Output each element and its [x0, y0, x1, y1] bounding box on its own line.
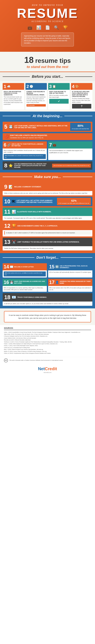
- tip-6-title: Add a link to your portfolio, LinkedIn o…: [12, 143, 46, 147]
- tip-8-icon: ⭐: [8, 164, 13, 168]
- tip-2: 2 🕐 Format your resume in reverse chrono…: [26, 83, 47, 110]
- tip-12: 12 🏆 Add achievements using the X, Y, Z …: [3, 222, 92, 236]
- tip-6-number: 6: [4, 142, 6, 148]
- tip-9-title: Include a summary statement.: [14, 186, 91, 188]
- tip-17-number: 17: [49, 280, 54, 285]
- tip-11-title: Illustrate your skills with numbers.: [17, 211, 91, 213]
- tip-1-title: Run a job description through a cloud ge…: [4, 91, 23, 96]
- tip-11-desc: For example, 'Increased sales by 12% ove…: [4, 217, 91, 219]
- tip-2-desc: List your most recent experience at the …: [26, 96, 46, 104]
- tip-7: 7 💼 Get recommendations on LinkedIn that…: [48, 142, 92, 160]
- tip-6-desc: Many employers think candidates should p…: [4, 150, 46, 153]
- tip-9: 9 📝 Include a summary statement. Write i…: [3, 182, 92, 196]
- tip-13-number: 13: [4, 239, 10, 245]
- tip-4-desc: A survey revealed that design-savvy resu…: [72, 98, 92, 103]
- make-sure-tips: 9 📝 Include a summary statement. Write i…: [0, 181, 95, 253]
- tip-1: 1 ☁️ Run a job description through a clo…: [3, 83, 24, 110]
- divider-left: [3, 116, 30, 116]
- tip-15-icon: 🔤: [55, 265, 59, 268]
- tip-4: 4 🎨 If you're not applying for a creativ…: [71, 83, 92, 110]
- tip-18: 18 📧 Track your emails using Mixmax. It …: [3, 293, 92, 306]
- beginning-section: At the beginning... 5 📇 List your name, …: [0, 112, 95, 172]
- divider-left: [3, 76, 30, 77]
- tip-16: 16 💾 Save your resume as a word doc and …: [3, 279, 47, 292]
- netcredit-logo: NetCredit: [3, 366, 92, 371]
- tip-9-number: 9: [4, 184, 7, 190]
- tip-5-title: List your name, contact details and addi…: [14, 125, 69, 128]
- chart-icon: 📊: [36, 25, 41, 30]
- tip-7-icon: 💼: [53, 143, 56, 147]
- tip-9-desc: Write in three sentences who you are, wh…: [4, 192, 91, 194]
- tip-7-number: 7: [49, 142, 52, 148]
- tip-17: 17 👤 Address the hiring manager by their…: [48, 279, 92, 292]
- tip-5-stat: 80% of recruiters will read this first.: [70, 123, 91, 131]
- tip-4-number: 4: [72, 84, 74, 89]
- section-title-beginning: At the beginning...: [30, 114, 64, 118]
- tip-8-title: Get recommendations on LinkedIn that sup…: [14, 163, 51, 168]
- tip-18-icon: 📧: [12, 295, 16, 299]
- tip-7-desc: Get recommendations on LinkedIn that sup…: [49, 150, 91, 154]
- brand-net: Net: [38, 366, 45, 371]
- tip-16-desc: 86% of respondents to a survey said they…: [4, 287, 46, 291]
- tips-6-7-grid: 6 🔗 Add a link to your portfolio, Linked…: [3, 142, 92, 160]
- tip-14-icon: ✉️: [10, 265, 13, 268]
- brand-section: NetCredit netcredit.com: [0, 364, 95, 376]
- tip-1-icon: ☁️: [7, 85, 10, 88]
- section-header-make-sure: Make sure you...: [0, 172, 95, 181]
- tips-14-17-grid: 14 ✉️ Include a cover letter. 49% of job…: [3, 263, 92, 292]
- tip-17-icon: 👤: [55, 281, 59, 284]
- section-header-dont-forget: Don't forget...: [0, 253, 95, 262]
- tip-8-number: 8: [4, 162, 7, 169]
- tip-4-title: If you're not applying for a creative ro…: [72, 91, 92, 97]
- tip-17-desc: 88% of job seekers don't. But 46% of rec…: [49, 287, 91, 291]
- tip-4-question: ?: [72, 104, 92, 108]
- tip-10-icon: 🛠: [12, 200, 15, 204]
- divider-right: [60, 257, 92, 258]
- header-intro-box: Approaching your resume can feel like go…: [21, 32, 74, 46]
- divider-right: [65, 76, 92, 77]
- divider-right: [64, 116, 92, 116]
- tip-15-title: Use a proofreading tool such as Grammarl…: [60, 265, 91, 268]
- hero-title-line1: resume tips: [35, 57, 71, 64]
- dont-forget-section: Don't forget... 14 ✉️ Include a cover le…: [0, 253, 95, 308]
- divider-left: [3, 177, 32, 177]
- brand-credit: Credit: [45, 366, 57, 371]
- tip-10-stat: 62% of HR managers say skills make all t…: [57, 198, 91, 205]
- tip-18-title: Track your emails using Mixmax.: [17, 296, 91, 298]
- tip-14-title: Include a cover letter.: [14, 266, 34, 268]
- header-resume-title: RESUME: [5, 7, 90, 20]
- tip-13-title: Limit yourself to six bullet points per …: [17, 241, 91, 243]
- tip-12-title: Add achievements using the X, Y, Z appro…: [17, 225, 91, 227]
- tip-18-number: 18: [4, 294, 10, 300]
- cc-icon: CC: [4, 358, 8, 362]
- tip-2-title: Format your resume in reverse chronologi…: [26, 91, 46, 96]
- tip-6-icon: 🔗: [7, 143, 11, 147]
- hero-number: 18: [24, 55, 34, 65]
- tip-14: 14 ✉️ Include a cover letter. 49% of job…: [3, 263, 47, 278]
- before-section: Before you start... 1 ☁️ Run a job descr…: [0, 72, 95, 112]
- resume-doc-icon: 📄: [45, 25, 50, 30]
- section-title-dont-forget: Don't forget...: [34, 256, 60, 260]
- sources-title: SOURCES: [4, 327, 91, 330]
- tip-3-number: 3: [49, 84, 52, 89]
- magnifier-icon: 🔍: [54, 25, 59, 30]
- tip-18-desc: It will tell you when your recruiter ope…: [4, 302, 91, 305]
- section-header-beginning: At the beginning...: [0, 112, 95, 120]
- tip-12-number: 12: [4, 223, 10, 229]
- no-photo-desc: Candidates face an 88% job rejection rat…: [10, 137, 48, 139]
- footer-callout-box: It can be easy to overlook certain thing…: [4, 311, 91, 322]
- header-section: How to improve your RESUME According to …: [0, 0, 95, 52]
- make-sure-section: Make sure you... 9 📝 Include a summary s…: [0, 172, 95, 253]
- tip-14-number: 14: [4, 264, 9, 270]
- tips-1-4-grid: 1 ☁️ Run a job description through a clo…: [0, 81, 95, 112]
- section-title-make-sure: Make sure you...: [32, 175, 63, 179]
- tip-3-desc: 58% of recruiters actually prefer their …: [49, 94, 68, 98]
- footer-callout-text: It can be easy to overlook certain thing…: [7, 314, 88, 320]
- no-photo-title: Don't include a photo unless requested.: [10, 134, 48, 136]
- license-bar: CC This work is licensed under a Creativ…: [0, 357, 95, 364]
- tip-5-number: 5: [4, 124, 7, 130]
- tip-15: 15 🔤 Use a proofreading tool such as Gra…: [48, 263, 92, 278]
- tip-11-number: 11: [4, 208, 10, 215]
- tip-2-stat: ⏱ 6 seconds: [26, 104, 46, 106]
- tip-13-icon: ✂️: [12, 240, 16, 244]
